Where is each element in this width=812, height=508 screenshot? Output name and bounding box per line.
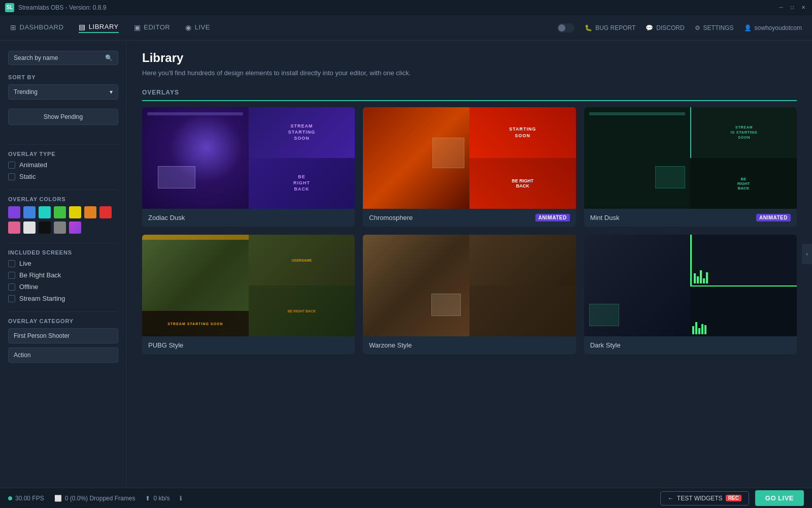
offline-label: Offline bbox=[19, 283, 38, 291]
sidebar: 🔍 SORT BY Trending ▾ Show Pending OVERLA… bbox=[0, 41, 127, 488]
bug-report-link[interactable]: 🐛 BUG REPORT bbox=[585, 24, 635, 31]
discord-link[interactable]: 💬 DISCORD bbox=[646, 24, 684, 31]
color-blue[interactable] bbox=[23, 206, 36, 218]
minimize-button[interactable]: ─ bbox=[777, 4, 785, 11]
chromosphere-name: Chromosphere bbox=[369, 214, 413, 221]
overlay-card-pubg[interactable]: STREAM STARTING SOON USERNAME BE RIGHT B… bbox=[142, 235, 355, 354]
pubg-sub1: USERNAME bbox=[249, 235, 355, 285]
pubg-name: PUBG Style bbox=[148, 341, 183, 349]
mint-dusk-animated-badge: ANIMATED bbox=[756, 214, 791, 221]
color-orange[interactable] bbox=[84, 206, 96, 218]
overlay-card-dark[interactable]: Dark Style bbox=[584, 235, 797, 354]
overlays-grid: STREAMSTARTINGSOON BERIGHTBACK Zodiac Du… bbox=[142, 107, 797, 354]
color-pink[interactable] bbox=[8, 221, 20, 234]
test-widgets-label: TEST WIDGETS bbox=[677, 495, 723, 502]
close-button[interactable]: ✕ bbox=[800, 4, 807, 11]
color-black[interactable] bbox=[39, 221, 51, 234]
nav-editor[interactable]: ▣ EDITOR bbox=[134, 23, 170, 33]
dropped-frames-icon: ⬜ bbox=[54, 495, 62, 502]
divider-4 bbox=[8, 311, 118, 312]
category-input-action[interactable] bbox=[8, 347, 118, 363]
stream-starting-checkbox[interactable] bbox=[8, 295, 15, 302]
nav-live[interactable]: ◉ LIVE bbox=[185, 23, 210, 33]
included-screens-section: INCLUDED SCREENS Live Be Right Back Offl… bbox=[8, 249, 118, 302]
window-controls: ─ □ ✕ bbox=[777, 4, 807, 11]
go-live-button[interactable]: GO LIVE bbox=[755, 490, 804, 506]
live-icon: ◉ bbox=[185, 23, 192, 31]
offline-checkbox[interactable] bbox=[8, 283, 15, 291]
divider-1 bbox=[8, 144, 118, 145]
live-checkbox[interactable] bbox=[8, 260, 15, 267]
color-red[interactable] bbox=[99, 206, 112, 218]
pubg-label: PUBG Style bbox=[142, 336, 355, 354]
dropped-frames-value: 0 (0.0%) Dropped Frames bbox=[65, 495, 136, 502]
overlay-card-warzone[interactable]: Warzone Style bbox=[363, 235, 576, 354]
mint-stream-starting: STREAMIS STARTINGSOON bbox=[690, 107, 797, 158]
discord-label: DISCORD bbox=[656, 24, 684, 31]
overlay-card-mint-dusk[interactable]: STREAMIS STARTINGSOON BERIGHTBACK Mint D… bbox=[584, 107, 797, 227]
search-box[interactable]: 🔍 bbox=[8, 51, 118, 65]
overlay-card-chromosphere[interactable]: STARTINGSOON BE RIGHTBACK Chromosphere A… bbox=[363, 107, 576, 227]
show-pending-button[interactable]: Show Pending bbox=[8, 109, 118, 125]
search-input[interactable] bbox=[14, 54, 102, 61]
screen-be-right-back[interactable]: Be Right Back bbox=[8, 271, 118, 279]
static-checkbox-item[interactable]: Static bbox=[8, 173, 118, 180]
overlay-category-label: OVERLAY CATEGORY bbox=[8, 318, 118, 324]
theme-toggle[interactable] bbox=[557, 23, 574, 33]
static-checkbox[interactable] bbox=[8, 173, 15, 180]
info-icon: ℹ bbox=[180, 495, 182, 502]
sort-by-select[interactable]: Trending ▾ bbox=[8, 84, 118, 100]
pubg-main-preview: STREAM STARTING SOON bbox=[142, 235, 249, 336]
screen-offline[interactable]: Offline bbox=[8, 283, 118, 291]
mint-dusk-name: Mint Dusk bbox=[590, 214, 620, 221]
app-title: Streamlabs OBS - Version: 0.8.9 bbox=[18, 4, 773, 11]
info-icon-item[interactable]: ℹ bbox=[180, 495, 182, 502]
color-teal[interactable] bbox=[39, 206, 51, 218]
sort-by-value: Trending bbox=[14, 88, 38, 96]
color-white[interactable] bbox=[23, 221, 36, 234]
page-title: Library bbox=[142, 51, 797, 65]
scroll-right-arrow[interactable]: › bbox=[802, 244, 812, 264]
status-right: ← TEST WIDGETS REC GO LIVE bbox=[660, 490, 804, 506]
divider-3 bbox=[8, 243, 118, 243]
dark-sub2 bbox=[690, 285, 797, 336]
rec-badge: REC bbox=[726, 495, 741, 501]
category-input-fps[interactable] bbox=[8, 328, 118, 343]
nav-dashboard[interactable]: ⊞ DASHBOARD bbox=[10, 23, 63, 33]
color-green[interactable] bbox=[54, 206, 66, 218]
brb-checkbox[interactable] bbox=[8, 272, 15, 279]
overlay-card-zodiac-dusk[interactable]: STREAMSTARTINGSOON BERIGHTBACK Zodiac Du… bbox=[142, 107, 355, 227]
dark-name: Dark Style bbox=[590, 341, 621, 349]
screen-live[interactable]: Live bbox=[8, 260, 118, 267]
chromosphere-label: Chromosphere ANIMATED bbox=[363, 209, 576, 227]
search-section: 🔍 bbox=[8, 51, 118, 65]
nav-library[interactable]: ▤ LIBRARY bbox=[79, 23, 118, 33]
test-widgets-button[interactable]: ← TEST WIDGETS REC bbox=[660, 491, 749, 505]
chromosphere-starting-soon: STARTINGSOON bbox=[469, 107, 576, 158]
library-icon: ▤ bbox=[79, 23, 86, 31]
user-profile[interactable]: 👤 sowhoyoudotcom bbox=[744, 24, 802, 31]
test-widgets-arrow-icon: ← bbox=[668, 495, 674, 502]
fps-value: 30.00 FPS bbox=[15, 495, 44, 502]
animated-checkbox[interactable] bbox=[8, 162, 15, 169]
animated-checkbox-item[interactable]: Animated bbox=[8, 161, 118, 169]
dashboard-icon: ⊞ bbox=[10, 23, 17, 31]
fps-indicator bbox=[8, 496, 12, 500]
screen-stream-starting[interactable]: Stream Starting bbox=[8, 295, 118, 302]
mint-be-right-back: BERIGHTBACK bbox=[690, 158, 797, 209]
included-screens-label: INCLUDED SCREENS bbox=[8, 249, 118, 256]
live-label: Live bbox=[19, 260, 31, 267]
color-gray[interactable] bbox=[54, 221, 66, 234]
maximize-button[interactable]: □ bbox=[789, 4, 796, 11]
static-label: Static bbox=[19, 173, 36, 180]
color-yellow[interactable] bbox=[69, 206, 81, 218]
zodiac-main-preview bbox=[142, 107, 249, 209]
color-purple[interactable] bbox=[8, 206, 20, 218]
color-magenta[interactable] bbox=[69, 221, 81, 234]
show-pending-section: Show Pending bbox=[8, 109, 118, 135]
zodiac-dusk-label: Zodiac Dusk bbox=[142, 209, 355, 227]
sort-by-label: SORT BY bbox=[8, 74, 118, 80]
settings-link[interactable]: ⚙ SETTINGS bbox=[695, 24, 734, 31]
bandwidth-value: 0 kb/s bbox=[153, 495, 170, 502]
overlay-type-section: OVERLAY TYPE Animated Static bbox=[8, 151, 118, 180]
